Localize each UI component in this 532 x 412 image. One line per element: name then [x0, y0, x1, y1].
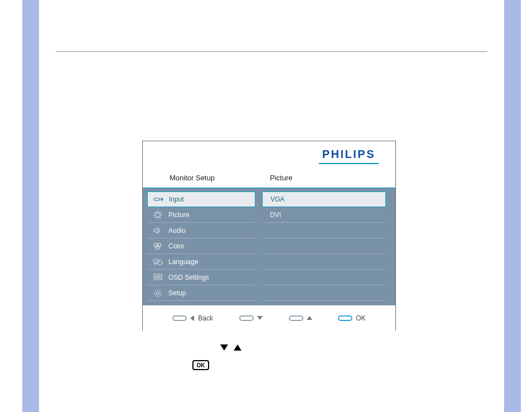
osd-footer: Back OK	[143, 305, 395, 331]
input-icon	[153, 194, 163, 204]
right-item-vga[interactable]: VGA	[262, 191, 386, 207]
back-label: Back	[198, 314, 213, 322]
pill-icon	[239, 315, 254, 321]
menu-item-input[interactable]: Input	[147, 191, 255, 207]
right-item-label: VGA	[270, 195, 284, 203]
instruction-arrows	[220, 344, 241, 351]
menu-item-label: Audio	[168, 227, 186, 234]
audio-icon	[153, 226, 163, 236]
osd-settings-icon	[153, 272, 163, 282]
picture-icon	[153, 210, 163, 220]
right-column-header: Picture	[260, 174, 292, 182]
philips-logo: PHILIPS	[322, 148, 375, 160]
triangle-up-icon	[234, 344, 241, 351]
menu-item-osd-settings[interactable]: OSD Settings	[147, 270, 255, 285]
ok-label: OK	[356, 314, 365, 322]
color-icon	[153, 241, 163, 251]
menu-item-label: Color	[168, 242, 185, 250]
menu-item-label: Picture	[168, 211, 189, 219]
ok-box-label: OK	[197, 362, 205, 368]
ok-button[interactable]: OK	[338, 314, 365, 322]
svg-rect-0	[154, 198, 159, 200]
right-menu: VGA DVI	[260, 188, 388, 305]
menu-item-label: Setup	[168, 289, 186, 297]
svg-line-8	[155, 217, 156, 218]
svg-line-9	[160, 212, 161, 213]
menu-item-setup[interactable]: Setup	[147, 285, 255, 301]
triangle-down-icon	[220, 344, 228, 351]
svg-point-13	[153, 259, 159, 264]
pill-icon	[172, 315, 187, 321]
left-menu: Input	[143, 188, 260, 305]
pill-icon	[289, 315, 303, 321]
ok-box-icon: OK	[192, 360, 209, 370]
osd-column-headers: Monitor Setup Picture	[143, 168, 395, 188]
menu-item-audio[interactable]: Audio	[147, 223, 255, 238]
up-button[interactable]	[289, 315, 312, 321]
triangle-left-icon	[190, 315, 195, 321]
osd-panel: PHILIPS Monitor Setup Picture	[142, 141, 396, 330]
menu-item-label: Input	[169, 195, 184, 203]
horizontal-rule	[56, 51, 487, 52]
right-side-band	[504, 0, 521, 412]
left-column-header: Monitor Setup	[143, 174, 260, 182]
right-item-empty	[262, 254, 386, 270]
svg-point-17	[157, 291, 159, 294]
setup-icon	[153, 288, 163, 298]
right-item-empty	[262, 270, 386, 285]
menu-item-language[interactable]: Language	[147, 254, 255, 270]
down-button[interactable]	[239, 315, 263, 321]
svg-point-1	[156, 213, 160, 217]
svg-point-14	[157, 260, 162, 265]
right-item-dvi[interactable]: DVI	[262, 207, 386, 223]
svg-line-6	[155, 212, 156, 213]
left-side-band	[22, 0, 39, 412]
right-item-label: DVI	[270, 211, 281, 219]
menu-item-label: Language	[168, 258, 198, 266]
right-item-empty	[262, 285, 386, 301]
menu-item-picture[interactable]: Picture	[147, 207, 255, 223]
back-button[interactable]: Back	[172, 314, 213, 322]
language-icon	[153, 257, 163, 267]
svg-line-7	[160, 217, 161, 218]
triangle-up-icon	[307, 316, 312, 320]
pill-icon	[338, 315, 352, 321]
svg-rect-16	[155, 275, 161, 279]
osd-body: Input	[143, 188, 395, 305]
right-item-empty	[262, 223, 386, 238]
osd-header: PHILIPS	[143, 141, 395, 168]
menu-item-label: OSD Settings	[168, 274, 209, 281]
menu-item-color[interactable]: Color	[147, 238, 255, 254]
right-item-empty	[262, 238, 386, 254]
triangle-down-icon	[257, 316, 263, 320]
